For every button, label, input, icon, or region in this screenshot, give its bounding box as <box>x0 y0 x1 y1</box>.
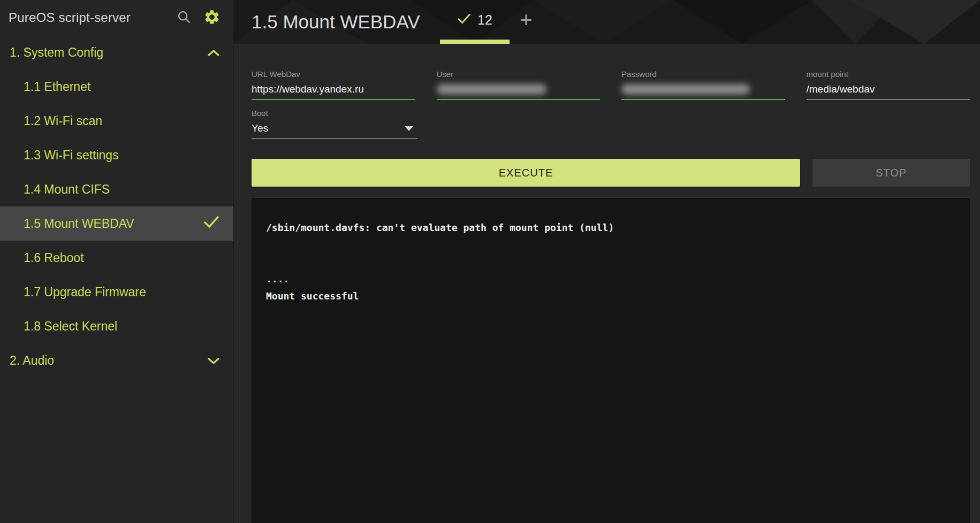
add-tab-button[interactable]: + <box>511 0 541 40</box>
settings-button[interactable] <box>203 9 221 27</box>
check-icon <box>203 216 219 232</box>
field-user: User <box>437 70 601 100</box>
sidebar-item-upgrade-firmware[interactable]: 1.7 Upgrade Firmware <box>0 275 233 309</box>
sidebar-item-label: 1.4 Mount CIFS <box>24 182 110 197</box>
sidebar-item-select-kernel[interactable]: 1.8 Select Kernel <box>0 309 233 343</box>
sidebar-item-mount-cifs[interactable]: 1.4 Mount CIFS <box>0 172 233 206</box>
dropdown-caret-icon <box>405 126 413 131</box>
field-label: Password <box>621 70 785 79</box>
field-label: User <box>437 70 601 79</box>
stop-button[interactable]: STOP <box>812 159 970 187</box>
field-url-webdav: URL WebDav <box>252 70 415 100</box>
main-header: 1.5 Mount WEBDAV 12 + <box>234 0 980 44</box>
field-label: Boot <box>252 109 417 118</box>
redacted-value <box>437 84 546 95</box>
boot-select[interactable]: Boot Yes <box>252 109 417 139</box>
sidebar-item-mount-webdav[interactable]: 1.5 Mount WEBDAV <box>0 206 233 241</box>
console-output-panel[interactable]: /sbin/mount.davfs: can't evaluate path o… <box>252 197 970 523</box>
sidebar-item-label: 1.3 Wi-Fi settings <box>24 148 119 163</box>
sidebar: PureOS script-server 1. Sys <box>0 0 234 523</box>
action-buttons: EXECUTE STOP <box>252 159 970 187</box>
check-icon <box>457 13 471 26</box>
field-label: URL WebDav <box>252 70 415 79</box>
sidebar-item-label: 1.7 Upgrade Firmware <box>24 285 146 299</box>
sidebar-group-system-config[interactable]: 1. System Config <box>0 35 233 70</box>
sidebar-item-wifi-scan[interactable]: 1.2 Wi-Fi scan <box>0 104 233 138</box>
page-title: 1.5 Mount WEBDAV <box>252 11 420 33</box>
field-label: mount point <box>807 70 970 79</box>
field-mount-point: mount point <box>807 70 970 100</box>
mount-point-input[interactable] <box>807 83 970 95</box>
sidebar-group-audio[interactable]: 2. Audio <box>0 343 233 378</box>
app-window: PureOS script-server 1. Sys <box>0 0 980 523</box>
sidebar-group-label: 2. Audio <box>10 353 54 368</box>
url-webdav-input[interactable] <box>252 83 415 95</box>
execute-button[interactable]: EXECUTE <box>252 159 800 187</box>
sidebar-item-label: 1.8 Select Kernel <box>24 319 117 334</box>
sidebar-group-label: 1. System Config <box>10 45 103 60</box>
sidebar-nav: 1. System Config 1.1 Ethernet 1.2 Wi-Fi … <box>0 35 233 378</box>
sidebar-header: PureOS script-server <box>0 0 233 35</box>
script-content: URL WebDav User Password <box>234 44 980 523</box>
search-icon <box>177 10 192 26</box>
console-output-text: /sbin/mount.davfs: can't evaluate path o… <box>266 219 954 305</box>
parameters-form: URL WebDav User Password <box>252 70 970 100</box>
sidebar-item-reboot[interactable]: 1.6 Reboot <box>0 241 233 275</box>
sidebar-item-label: 1.5 Mount WEBDAV <box>24 217 134 231</box>
sidebar-item-wifi-settings[interactable]: 1.3 Wi-Fi settings <box>0 138 233 172</box>
chevron-up-icon <box>208 45 219 60</box>
gear-icon <box>203 9 221 27</box>
main-panel: 1.5 Mount WEBDAV 12 + URL WebDav <box>234 0 980 523</box>
field-password: Password <box>621 70 785 100</box>
sidebar-item-label: 1.2 Wi-Fi scan <box>24 114 102 128</box>
tab-execution-count: 12 <box>477 12 492 28</box>
redacted-value <box>621 84 750 95</box>
password-input[interactable] <box>621 82 785 100</box>
app-title: PureOS script-server <box>9 10 165 25</box>
sidebar-item-label: 1.6 Reboot <box>24 251 84 265</box>
chevron-down-icon <box>208 353 219 368</box>
sidebar-item-label: 1.1 Ethernet <box>24 80 90 94</box>
search-button[interactable] <box>177 10 192 26</box>
sidebar-item-ethernet[interactable]: 1.1 Ethernet <box>0 70 233 104</box>
tab-executions[interactable]: 12 <box>440 0 510 44</box>
user-input[interactable] <box>437 82 601 100</box>
boot-selected-value: Yes <box>252 122 405 134</box>
